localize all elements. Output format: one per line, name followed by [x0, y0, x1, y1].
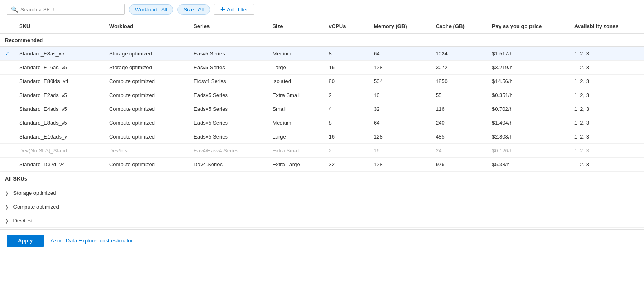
col-price[interactable]: Pay as you go price — [487, 19, 569, 34]
table-row[interactable]: Standard_E16ads_v Compute optimized Eads… — [0, 130, 644, 144]
row-check-0: ✓ — [0, 47, 14, 61]
sku-table-container: SKU Workload Series Size vCPUs Memory (G… — [0, 19, 644, 228]
table-row[interactable]: Standard_E8ads_v5 Compute optimized Eads… — [0, 116, 644, 130]
row-cache-5: 240 — [431, 116, 487, 130]
sku-group-row-1[interactable]: ❱ Compute optimized — [0, 200, 644, 214]
table-row[interactable]: ✓ Standard_E8as_v5 Storage optimized Eas… — [0, 47, 644, 61]
add-filter-button[interactable]: ✚ Add filter — [214, 4, 254, 15]
row-memory-1: 128 — [369, 61, 431, 75]
row-size-2: Isolated — [267, 75, 324, 88]
col-series[interactable]: Series — [189, 19, 267, 34]
row-az-8: 1, 2, 3 — [569, 158, 644, 172]
estimator-link[interactable]: Azure Data Explorer cost estimator — [51, 238, 133, 244]
row-series-5: Eadsv5 Series — [189, 116, 267, 130]
row-size-5: Medium — [267, 116, 324, 130]
sku-group-row-0[interactable]: ❱ Storage optimized — [0, 186, 644, 200]
col-check — [0, 19, 14, 34]
row-series-6: Eadsv5 Series — [189, 130, 267, 144]
size-filter-chip[interactable]: Size : All — [177, 4, 210, 15]
chevron-icon-1: ❱ — [5, 205, 9, 210]
row-size-0: Medium — [267, 47, 324, 61]
top-bar: 🔍 Workload : All Size : All ✚ Add filter — [0, 0, 644, 19]
table-row[interactable]: Standard_D32d_v4 Compute optimized Ddv4 … — [0, 158, 644, 172]
row-check-7 — [0, 144, 14, 158]
row-sku-5: Standard_E8ads_v5 — [14, 116, 104, 130]
row-az-3: 1, 2, 3 — [569, 88, 644, 102]
row-size-8: Extra Large — [267, 158, 324, 172]
row-cache-6: 485 — [431, 130, 487, 144]
sku-group-label-0[interactable]: ❱ Storage optimized — [0, 186, 644, 200]
row-az-0: 1, 2, 3 — [569, 47, 644, 61]
workload-filter-chip[interactable]: Workload : All — [129, 4, 173, 15]
row-cache-8: 976 — [431, 158, 487, 172]
col-size[interactable]: Size — [267, 19, 324, 34]
row-vcpus-4: 4 — [324, 102, 369, 116]
row-workload-5: Compute optimized — [104, 116, 189, 130]
row-check-6 — [0, 130, 14, 144]
row-size-7: Extra Small — [267, 144, 324, 158]
row-vcpus-8: 32 — [324, 158, 369, 172]
workload-filter-label: Workload : All — [135, 7, 167, 13]
row-az-5: 1, 2, 3 — [569, 116, 644, 130]
row-series-7: Eav4/Easv4 Series — [189, 144, 267, 158]
table-header-row: SKU Workload Series Size vCPUs Memory (G… — [0, 19, 644, 34]
row-check-1 — [0, 61, 14, 75]
row-check-5 — [0, 116, 14, 130]
all-skus-label: All SKUs — [0, 172, 644, 186]
row-vcpus-3: 2 — [324, 88, 369, 102]
sku-table: SKU Workload Series Size vCPUs Memory (G… — [0, 19, 644, 228]
row-sku-3: Standard_E2ads_v5 — [14, 88, 104, 102]
sku-group-label-1[interactable]: ❱ Compute optimized — [0, 200, 644, 214]
table-row[interactable]: Standard_E2ads_v5 Compute optimized Eads… — [0, 88, 644, 102]
col-cache[interactable]: Cache (GB) — [431, 19, 487, 34]
row-sku-4: Standard_E4ads_v5 — [14, 102, 104, 116]
row-workload-1: Storage optimized — [104, 61, 189, 75]
row-sku-2: Standard_E80ids_v4 — [14, 75, 104, 88]
row-price-0: $1.517/h — [487, 47, 569, 61]
row-memory-4: 32 — [369, 102, 431, 116]
row-series-1: Easv5 Series — [189, 61, 267, 75]
row-sku-1: Standard_E16as_v5 — [14, 61, 104, 75]
row-check-2 — [0, 75, 14, 88]
row-vcpus-7: 2 — [324, 144, 369, 158]
row-size-6: Large — [267, 130, 324, 144]
recommended-section-header: Recommended — [0, 34, 644, 47]
row-series-4: Eadsv5 Series — [189, 102, 267, 116]
search-box[interactable]: 🔍 — [7, 4, 125, 15]
row-cache-3: 55 — [431, 88, 487, 102]
table-row[interactable]: Standard_E4ads_v5 Compute optimized Eads… — [0, 102, 644, 116]
table-row[interactable]: Standard_E16as_v5 Storage optimized Easv… — [0, 61, 644, 75]
row-cache-4: 116 — [431, 102, 487, 116]
row-sku-0: Standard_E8as_v5 — [14, 47, 104, 61]
row-memory-7: 16 — [369, 144, 431, 158]
row-price-7: $0.126/h — [487, 144, 569, 158]
apply-button[interactable]: Apply — [7, 235, 44, 247]
row-vcpus-2: 80 — [324, 75, 369, 88]
row-size-4: Small — [267, 102, 324, 116]
row-check-8 — [0, 158, 14, 172]
row-az-7: 1, 2, 3 — [569, 144, 644, 158]
row-vcpus-5: 8 — [324, 116, 369, 130]
row-az-1: 1, 2, 3 — [569, 61, 644, 75]
sku-group-label-2[interactable]: ❱ Dev/test — [0, 214, 644, 228]
row-sku-6: Standard_E16ads_v — [14, 130, 104, 144]
row-sku-7: Dev(No SLA)_Stand — [14, 144, 104, 158]
search-icon: 🔍 — [11, 6, 18, 13]
row-workload-6: Compute optimized — [104, 130, 189, 144]
search-input[interactable] — [20, 7, 120, 13]
table-row[interactable]: Dev(No SLA)_Stand Dev/test Eav4/Easv4 Se… — [0, 144, 644, 158]
row-series-0: Easv5 Series — [189, 47, 267, 61]
add-filter-label: Add filter — [227, 7, 248, 13]
row-memory-5: 64 — [369, 116, 431, 130]
col-workload[interactable]: Workload — [104, 19, 189, 34]
col-vcpus[interactable]: vCPUs — [324, 19, 369, 34]
row-workload-7: Dev/test — [104, 144, 189, 158]
row-workload-4: Compute optimized — [104, 102, 189, 116]
col-sku[interactable]: SKU — [14, 19, 104, 34]
row-workload-2: Compute optimized — [104, 75, 189, 88]
sku-group-row-2[interactable]: ❱ Dev/test — [0, 214, 644, 228]
col-az[interactable]: Availability zones — [569, 19, 644, 34]
col-memory[interactable]: Memory (GB) — [369, 19, 431, 34]
row-price-1: $3.219/h — [487, 61, 569, 75]
table-row[interactable]: Standard_E80ids_v4 Compute optimized Eid… — [0, 75, 644, 88]
